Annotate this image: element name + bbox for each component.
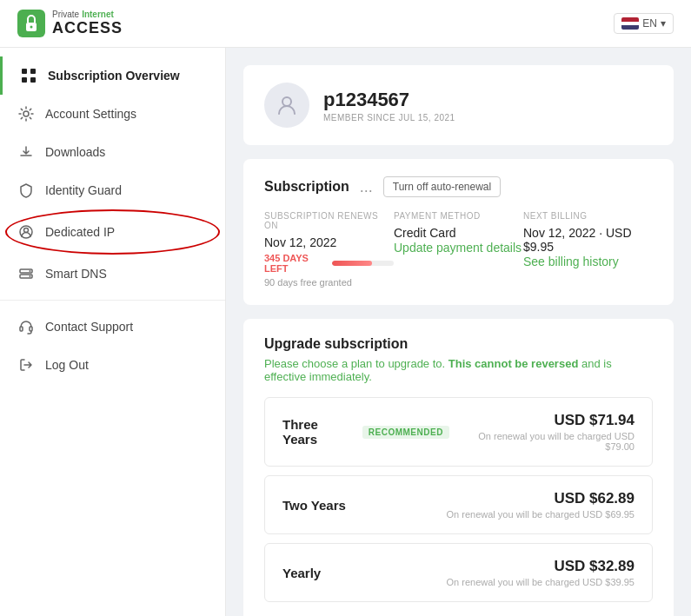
grid-icon [20,67,37,84]
renews-col: SUBSCRIPTION RENEWS ON Nov 12, 2022 345 … [264,211,394,288]
plan-name-two-years: Two Years [282,498,346,513]
subscription-title: Subscription [264,179,349,195]
plan-name-three-years: Three Years [282,417,354,447]
app-header: Private Internet ACCESS EN ▾ [0,0,691,48]
sidebar-label-identity-guard: Identity Guard [45,183,122,197]
flag-icon [621,17,639,30]
username: p1234567 [323,89,455,111]
sidebar-label-dedicated-ip: Dedicated IP [45,225,115,239]
language-selector[interactable]: EN ▾ [614,13,674,34]
progress-bar [332,261,394,266]
payment-col: PAYMENT METHOD Credit Card Update paymen… [394,211,523,288]
svg-point-2 [30,26,33,29]
plan-renewal-two-years: On renewal you will be charged USD $69.9… [447,509,635,520]
sidebar-label-subscription-overview: Subscription Overview [48,69,180,83]
upgrade-description: Please choose a plan to upgrade to. This… [264,357,653,383]
sidebar-label-downloads: Downloads [45,145,105,159]
headset-icon [17,318,35,335]
plan-left-two-years: Two Years [282,498,346,513]
billing-col: NEXT BILLING Nov 12, 2022 · USD $9.95 Se… [523,211,653,288]
sidebar-item-contact-support[interactable]: Contact Support [0,308,225,346]
main-layout: Subscription Overview Account Settings D… [0,48,691,616]
profile-card: p1234567 MEMBER SINCE JUL 15, 2021 [243,65,674,145]
svg-rect-5 [22,77,27,83]
svg-rect-15 [30,327,32,331]
subscription-header: Subscription ... Turn off auto-renewal [264,176,653,197]
upgrade-section: Upgrade subscription Please choose a pla… [243,319,674,616]
plan-right-two-years: USD $62.89 On renewal you will be charge… [447,490,635,520]
sidebar-item-subscription-overview[interactable]: Subscription Overview [0,56,225,95]
logout-icon [17,356,35,374]
svg-point-12 [30,270,31,272]
shield-icon [17,182,35,199]
download-icon [17,143,35,161]
logo-text: Private Internet ACCESS [52,10,123,37]
sidebar-item-log-out[interactable]: Log Out [0,346,225,384]
chevron-down-icon: ▾ [661,17,666,30]
sidebar-item-downloads[interactable]: Downloads [0,133,225,171]
upgrade-title: Upgrade subscription [264,336,653,352]
svg-rect-3 [22,69,27,74]
plan-left-yearly: Yearly [282,566,321,580]
profile-info: p1234567 MEMBER SINCE JUL 15, 2021 [323,89,455,123]
plan-yearly[interactable]: Yearly USD $32.89 On renewal you will be… [264,543,653,602]
see-billing-history-link[interactable]: See billing history [523,255,619,268]
sidebar-item-dedicated-ip[interactable]: Dedicated IP [9,213,216,251]
svg-point-13 [30,275,31,277]
avatar [264,83,309,128]
subscription-dots[interactable]: ... [360,178,373,196]
free-granted: 90 days free granted [264,277,394,288]
svg-point-16 [282,97,291,106]
recommended-badge: RECOMMENDED [362,426,449,439]
upgrade-desc-highlight: This cannot be reversed [448,357,579,370]
svg-rect-14 [20,327,23,331]
plan-three-years[interactable]: Three Years RECOMMENDED USD $71.94 On re… [264,397,653,467]
plan-price-three-years: USD $71.94 [449,412,635,429]
member-since: MEMBER SINCE JUL 15, 2021 [323,113,455,123]
subscription-card: Subscription ... Turn off auto-renewal S… [243,159,674,305]
sidebar-item-smart-dns[interactable]: Smart DNS [0,255,225,293]
plan-left-three-years: Three Years RECOMMENDED [282,417,449,447]
payment-label: PAYMENT METHOD [394,211,523,221]
plan-renewal-three-years: On renewal you will be charged USD $79.0… [449,431,635,452]
sidebar-item-identity-guard[interactable]: Identity Guard [0,171,225,209]
subscription-grid: SUBSCRIPTION RENEWS ON Nov 12, 2022 345 … [264,211,653,288]
plan-name-yearly: Yearly [282,566,321,580]
payment-method: Credit Card [394,226,523,240]
dns-icon [17,265,35,282]
plan-right-yearly: USD $32.89 On renewal you will be charge… [447,558,635,587]
renews-label: SUBSCRIPTION RENEWS ON [264,211,394,230]
turn-off-autorenewal-button[interactable]: Turn off auto-renewal [383,176,501,197]
renews-date: Nov 12, 2022 [264,235,394,249]
days-left-text: 345 DAYS LEFT [264,253,327,274]
plan-price-yearly: USD $32.89 [447,558,635,575]
progress-bar-fill [332,261,372,266]
main-content: p1234567 MEMBER SINCE JUL 15, 2021 Subsc… [226,48,691,616]
sidebar-label-account-settings: Account Settings [45,107,136,121]
logo-access: ACCESS [52,19,123,36]
sidebar-label-contact-support: Contact Support [45,320,133,334]
plan-renewal-yearly: On renewal you will be charged USD $39.9… [447,577,635,587]
upgrade-desc-prefix: Please choose a plan to upgrade to. [264,357,448,370]
sidebar-divider [0,300,225,301]
days-left-row: 345 DAYS LEFT [264,253,394,274]
logo-private: Private [52,10,79,19]
person-circle-icon [17,223,35,241]
plan-two-years[interactable]: Two Years USD $62.89 On renewal you will… [264,475,653,534]
sidebar-label-smart-dns: Smart DNS [45,267,107,281]
svg-point-7 [23,111,29,116]
plan-right-three-years: USD $71.94 On renewal you will be charge… [449,412,635,452]
logo-internet: Internet [82,10,114,19]
svg-rect-6 [30,77,36,83]
update-payment-link[interactable]: Update payment details [394,241,522,255]
sidebar-item-account-settings[interactable]: Account Settings [0,95,225,133]
plan-price-two-years: USD $62.89 [447,490,635,507]
lang-code: EN [642,17,657,30]
logo: Private Internet ACCESS [17,10,123,37]
svg-rect-4 [30,69,36,74]
next-billing-value: Nov 12, 2022 · USD $9.95 [523,226,653,254]
sidebar-label-log-out: Log Out [45,358,89,372]
sidebar: Subscription Overview Account Settings D… [0,48,226,616]
gear-icon [17,105,35,123]
next-billing-label: NEXT BILLING [523,211,653,221]
